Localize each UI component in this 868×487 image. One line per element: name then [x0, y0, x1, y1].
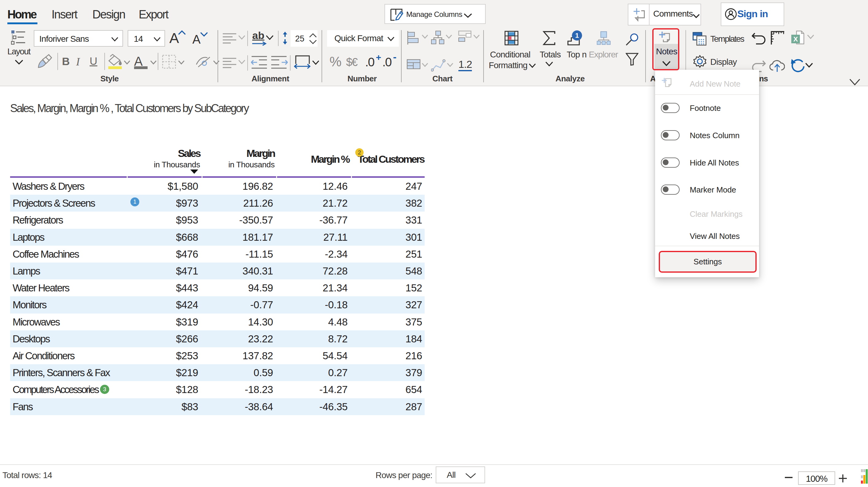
svg-text:X: X [794, 35, 798, 43]
